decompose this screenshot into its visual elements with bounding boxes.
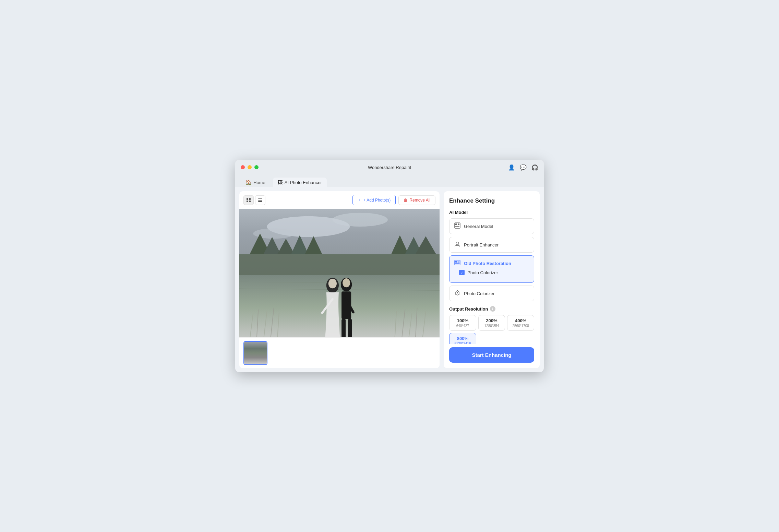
svg-rect-43	[455, 223, 457, 225]
image-preview-area	[239, 209, 440, 368]
add-photos-button[interactable]: ＋ + Add Photo(s)	[352, 195, 396, 205]
view-toggle	[243, 195, 265, 205]
resolution-100[interactable]: 100% 640*427	[449, 315, 476, 331]
svg-rect-2	[247, 201, 248, 202]
svg-rect-5	[258, 200, 262, 201]
res-400-size: 2560*1708	[509, 324, 532, 328]
general-model-label: General Model	[464, 224, 493, 229]
svg-rect-1	[249, 198, 251, 200]
portrait-enhancer-label: Portrait Enhancer	[464, 242, 499, 247]
thumbnail-strip	[239, 337, 440, 368]
res-800-percent: 800%	[451, 336, 475, 341]
top-nav: 🏠 Home 🖼 AI Photo Enhancer	[235, 175, 544, 187]
minimize-button[interactable]	[248, 165, 252, 169]
svg-rect-48	[455, 261, 457, 263]
right-panel: Enhance Setting AI Model General Model	[444, 191, 540, 368]
left-panel-toolbar: ＋ + Add Photo(s) 🗑 Remove All	[239, 191, 440, 209]
traffic-lights	[241, 165, 259, 169]
svg-rect-47	[455, 260, 460, 265]
title-bar: Wondershare Repairit 👤 💬 🎧	[235, 160, 544, 175]
resolution-200[interactable]: 200% 1280*854	[478, 315, 505, 331]
home-tab-label: Home	[253, 180, 265, 185]
svg-rect-6	[258, 201, 262, 202]
grid-view-button[interactable]	[243, 195, 254, 205]
portrait-enhancer-icon	[454, 241, 460, 249]
svg-rect-44	[458, 223, 459, 225]
output-resolution-label: Output Resolution	[449, 306, 488, 312]
enhancer-icon: 🖼	[278, 180, 283, 185]
main-image	[239, 209, 440, 337]
close-button[interactable]	[241, 165, 245, 169]
photo-svg	[239, 209, 440, 337]
left-panel: ＋ + Add Photo(s) 🗑 Remove All	[239, 191, 440, 368]
ai-model-label: AI Model	[449, 210, 534, 215]
start-enhancing-button[interactable]: Start Enhancing	[449, 347, 534, 363]
output-resolution-header: Output Resolution ℹ	[449, 306, 534, 312]
photo-colorizer-sub-label: Photo Colorizer	[467, 270, 498, 275]
home-icon: 🏠	[245, 180, 251, 185]
res-100-size: 640*427	[451, 324, 475, 328]
resolution-grid: 100% 640*427 200% 1280*854 400% 2560*170…	[449, 315, 534, 331]
old-photo-restoration-option[interactable]: Old Photo Restoration ✓ Photo Colorizer	[449, 255, 534, 283]
chat-icon[interactable]: 💬	[520, 164, 527, 171]
res-400-percent: 400%	[509, 318, 532, 323]
remove-all-label: Remove All	[409, 198, 430, 203]
photo-colorizer-option[interactable]: Photo Colorizer	[449, 286, 534, 301]
ai-enhancer-tab[interactable]: 🖼 AI Photo Enhancer	[273, 178, 327, 187]
photo-colorizer-sub-option[interactable]: ✓ Photo Colorizer	[454, 267, 529, 279]
photo-colorizer-icon	[454, 290, 460, 297]
res-200-size: 1280*854	[480, 324, 504, 328]
svg-point-39	[343, 278, 350, 287]
general-model-icon	[454, 222, 460, 230]
thumbnail-item[interactable]	[243, 341, 267, 365]
svg-point-46	[456, 242, 459, 245]
thumbnail-image	[244, 342, 267, 364]
resolution-800[interactable]: 800% 5120*3416	[449, 333, 476, 344]
info-icon[interactable]: ℹ	[490, 306, 495, 312]
res-200-percent: 200%	[480, 318, 504, 323]
svg-rect-20	[239, 275, 440, 337]
title-bar-actions: 👤 💬 🎧	[508, 164, 538, 171]
right-panel-inner: Enhance Setting AI Model General Model	[444, 191, 540, 344]
photo-colorizer-checkbox[interactable]: ✓	[459, 270, 465, 275]
maximize-button[interactable]	[254, 165, 259, 169]
svg-rect-37	[341, 319, 346, 337]
user-icon[interactable]: 👤	[508, 164, 515, 171]
svg-rect-38	[348, 319, 352, 337]
general-model-option[interactable]: General Model	[449, 218, 534, 234]
remove-all-button[interactable]: 🗑 Remove All	[398, 195, 435, 205]
photo-colorizer-label: Photo Colorizer	[464, 291, 495, 296]
add-photos-plus-icon: ＋	[358, 197, 362, 203]
enhance-setting-title: Enhance Setting	[449, 197, 534, 204]
list-view-button[interactable]	[255, 195, 265, 205]
svg-rect-0	[247, 198, 248, 200]
headset-icon[interactable]: 🎧	[531, 164, 538, 171]
old-photo-label: Old Photo Restoration	[464, 261, 511, 266]
svg-point-9	[333, 213, 388, 227]
svg-point-52	[457, 292, 458, 293]
resolution-400[interactable]: 400% 2560*1708	[507, 315, 534, 331]
svg-rect-4	[258, 198, 262, 199]
res-800-size: 5120*3416	[451, 342, 475, 344]
res-100-percent: 100%	[451, 318, 475, 323]
app-window: Wondershare Repairit 👤 💬 🎧 🏠 Home 🖼 AI P…	[235, 160, 544, 372]
remove-all-trash-icon: 🗑	[404, 198, 408, 203]
portrait-enhancer-option[interactable]: Portrait Enhancer	[449, 237, 534, 253]
svg-rect-3	[249, 201, 251, 202]
svg-point-34	[328, 279, 337, 288]
add-photos-label: + Add Photo(s)	[363, 198, 391, 203]
window-title: Wondershare Repairit	[368, 165, 411, 170]
old-photo-icon	[454, 259, 460, 267]
home-tab[interactable]: 🏠 Home	[241, 178, 270, 187]
main-content: ＋ + Add Photo(s) 🗑 Remove All	[235, 187, 544, 372]
ai-enhancer-tab-label: AI Photo Enhancer	[285, 180, 322, 185]
